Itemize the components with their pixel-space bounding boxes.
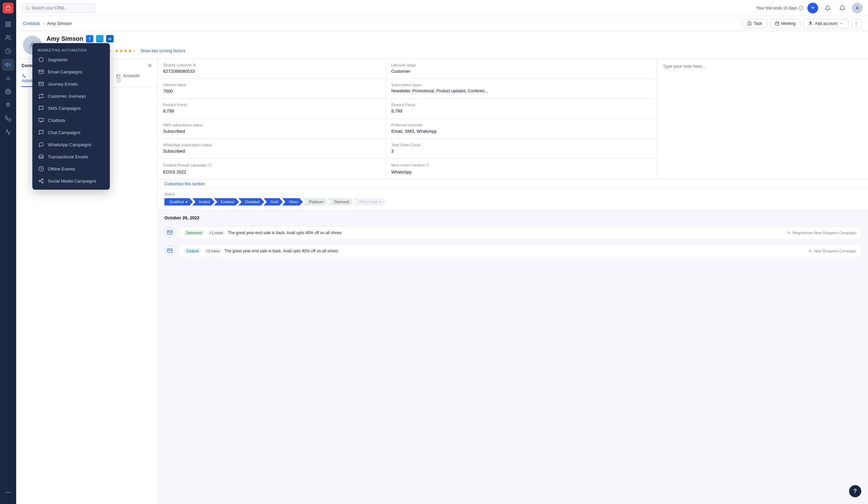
contact-name: Amy Simson (46, 35, 83, 42)
data-row-6: Created through campaign ⓘ EOSS 2022 Mos… (158, 159, 657, 179)
notifications-icon[interactable] (822, 3, 833, 13)
add-account-button[interactable]: Add account (803, 19, 848, 28)
menu-item-social-media[interactable]: Social Media Campaigns (32, 175, 110, 187)
contact-header: A Amy Simson f 🐦 in Score • 79 • (16, 31, 868, 59)
pipeline-step-gold[interactable]: Gold (264, 198, 283, 206)
sidebar-deals-icon[interactable] (2, 45, 14, 57)
notes-textarea[interactable] (663, 64, 862, 175)
customize-section-link[interactable]: Customize this section (158, 179, 868, 189)
data-cards-container: Shopify customer id 6272088080533 Lifecy… (158, 59, 868, 179)
accounts-tab-icon (116, 74, 121, 79)
user-avatar[interactable]: A (852, 3, 862, 13)
svg-rect-41 (39, 118, 43, 121)
svg-line-15 (28, 9, 29, 9)
lifetime-value-card: Lifetime Value 7000 (158, 79, 386, 99)
search-icon (25, 6, 30, 10)
menu-item-email-campaigns[interactable]: Email Campaigns (32, 66, 110, 78)
topbar: Your trial ends 15 days + A (16, 0, 868, 16)
breadcrumb-current: Amy Simson (47, 21, 72, 26)
menu-item-whatsapp-campaigns[interactable]: WhatsApp Campaigns (32, 138, 110, 151)
menu-item-chat-campaigns[interactable]: Chat Campaigns (32, 126, 110, 138)
pipeline-step-invited[interactable]: Invited (192, 198, 214, 206)
svg-line-46 (40, 181, 42, 182)
reward-points-2-card: Reward Points 8,799 (386, 99, 657, 118)
two-col-layout: Contact details ⚙ Activities Contact fie… (16, 59, 868, 504)
pipeline-step-platinum[interactable]: Platinum (302, 198, 328, 206)
breadcrumb-separator: › (43, 21, 44, 26)
menu-item-sms-campaigns[interactable]: SMS Campaigns (32, 102, 110, 114)
menu-section-label: MARKETING AUTOMATION (32, 46, 110, 53)
activity-card-1: Delivered +1 more The great year-end sal… (178, 226, 861, 239)
activity-text-1: The great year-end sale is back. Avail u… (228, 230, 784, 235)
sidebar-reports-icon[interactable] (2, 72, 14, 84)
meeting-button[interactable]: Meeting (770, 19, 801, 28)
linkedin-icon[interactable]: in (106, 35, 114, 42)
delivered-badge: Delivered (184, 230, 205, 236)
menu-item-segments[interactable]: Segments (32, 53, 110, 66)
clicked-badge: Clicked (184, 248, 201, 254)
sidebar-rocket-icon[interactable] (2, 99, 14, 111)
bell-icon[interactable] (837, 3, 848, 13)
segments-icon (38, 56, 44, 63)
created-campaign-card: Created through campaign ⓘ EOSS 2022 (158, 159, 386, 179)
menu-item-chatbots[interactable]: Chatbots (32, 114, 110, 126)
pipeline-step-disabled[interactable]: Disabled (238, 198, 264, 206)
task-icon (747, 21, 752, 25)
pipeline-step-paid-lost[interactable]: Paid / Lost ▼ (353, 198, 386, 206)
more-options-button[interactable]: ⋮ (851, 19, 861, 28)
activity-item-1: Delivered +1 more The great year-end sal… (158, 224, 868, 242)
help-button[interactable]: ? (849, 485, 861, 497)
extra-badge-1: +1 more (207, 230, 225, 236)
pipeline-step-enabled[interactable]: Enabled (214, 198, 239, 206)
breadcrumb-actions: Task Meeting Add account ⋮ (742, 19, 861, 28)
dropdown-arrow-icon (839, 22, 844, 25)
email-campaigns-icon (38, 69, 44, 75)
extra-badge-2: +3 more (204, 248, 222, 254)
menu-item-journey-emails[interactable]: Journey Emails (32, 78, 110, 90)
search-input[interactable] (32, 6, 92, 10)
svg-point-44 (39, 180, 40, 182)
svg-rect-2 (6, 25, 8, 27)
chatbots-icon (38, 117, 44, 124)
campaign-name-1: Wegotshoes New Shoppers Campaign (787, 231, 856, 235)
right-column: Shopify customer id 6272088080533 Lifecy… (158, 59, 868, 504)
sidebar-phone-icon[interactable] (2, 113, 14, 125)
sms-subscription-card: SMS subscription status Subscribed (158, 119, 386, 138)
sidebar-analytics-icon[interactable] (2, 126, 14, 138)
menu-item-offline-events[interactable]: Offline Events (32, 163, 110, 175)
sidebar-home-icon[interactable] (2, 18, 14, 30)
activities-tab-icon (22, 74, 26, 79)
add-account-icon (808, 21, 813, 25)
meeting-icon (775, 21, 779, 25)
activity-email-icon-1 (164, 227, 175, 238)
data-row-5: WhatsApp subscription status Subscribed … (158, 139, 657, 159)
svg-point-43 (42, 178, 43, 180)
pipeline-step-silver[interactable]: Silver (282, 198, 303, 206)
show-scoring-link[interactable]: Show key scoring factors (141, 49, 185, 53)
total-order-card: Total Order Count 3 (386, 139, 657, 158)
sidebar-apps-icon[interactable] (2, 486, 14, 498)
main-content: Your trial ends 15 days + A Contacts › A… (16, 0, 868, 504)
sidebar-marketing-icon[interactable] (2, 59, 14, 71)
trial-info-icon (798, 6, 803, 10)
customer-journeys-icon (38, 93, 44, 99)
tab-accounts[interactable]: Accounts (116, 71, 145, 87)
data-row-4: SMS subscription status Subscribed Prefe… (158, 119, 657, 139)
pipeline-step-diamond[interactable]: Diamond (328, 198, 354, 206)
add-new-button[interactable]: + (807, 3, 818, 13)
facebook-icon[interactable]: f (86, 35, 93, 42)
sidebar-contacts-icon[interactable] (2, 32, 14, 44)
sidebar-settings-icon[interactable] (2, 85, 14, 98)
data-row-3: Reward Points 8,799 Reward Points 8,799 (158, 99, 657, 119)
menu-item-customer-journeys[interactable]: Customer Journeys (32, 90, 110, 102)
task-button[interactable]: Task (742, 19, 767, 28)
search-box[interactable] (22, 3, 96, 13)
svg-point-45 (42, 182, 43, 183)
svg-line-47 (40, 179, 42, 181)
twitter-icon[interactable]: 🐦 (96, 35, 103, 42)
breadcrumb-contacts[interactable]: Contacts (23, 21, 40, 26)
menu-item-transactional-emails[interactable]: Transactional Emails (32, 151, 110, 163)
section-gear-icon[interactable]: ⚙ (148, 63, 152, 68)
pipeline-step-qualified[interactable]: Qualified ▼ (164, 198, 193, 206)
whatsapp-campaigns-icon (38, 141, 44, 148)
